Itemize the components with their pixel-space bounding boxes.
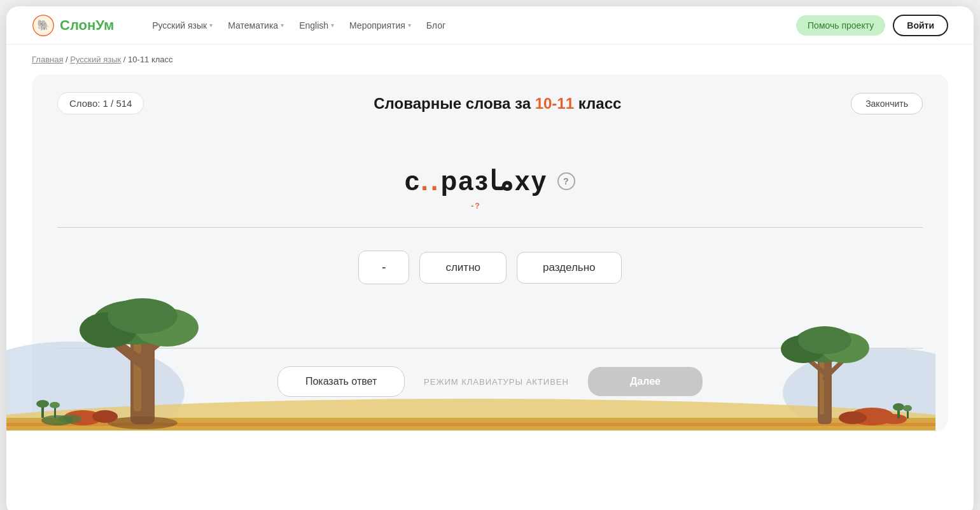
next-button[interactable]: Далее — [588, 367, 703, 396]
word-counter-label: Слово: — [69, 98, 100, 109]
answer-slitno-button[interactable]: слитно — [419, 252, 507, 284]
navbar: 🐘 СлонУм Русский язык ▾ Математика ▾ Eng… — [6, 6, 974, 45]
nav-item-blog[interactable]: Блог — [420, 17, 452, 34]
answer-buttons: - слитно раздельно — [358, 251, 621, 284]
answer-dash-button[interactable]: - — [358, 251, 409, 284]
nav-item-english[interactable]: English ▾ — [293, 17, 340, 34]
nav-item-math[interactable]: Математика ▾ — [221, 17, 290, 34]
show-answer-button[interactable]: Показать ответ — [277, 366, 405, 397]
breadcrumb-current: 10-11 класс — [128, 55, 173, 64]
chevron-down-icon: ▾ — [209, 22, 213, 29]
bottom-divider — [57, 348, 923, 348]
help-icon[interactable]: ? — [557, 172, 575, 190]
chevron-down-icon: ▾ — [408, 22, 411, 29]
card-title: Словарные слова за 10-11 класс — [144, 95, 851, 113]
nav-item-russian[interactable]: Русский язык ▾ — [146, 17, 219, 34]
nav-item-events[interactable]: Мероприятия ▾ — [343, 17, 417, 34]
keyboard-mode-label: РЕЖИМ КЛАВИАТУРЫ АКТИВЕН — [424, 377, 569, 387]
logo-icon: 🐘 — [32, 14, 55, 37]
nav-links: Русский язык ▾ Математика ▾ English ▾ Ме… — [146, 17, 777, 34]
word-display: с..разماху -? ? — [405, 165, 575, 196]
chevron-down-icon: ▾ — [331, 22, 334, 29]
chevron-down-icon: ▾ — [281, 22, 284, 29]
word-counter-total: 514 — [116, 98, 132, 109]
word-prefix: с — [405, 166, 421, 196]
logo-text: СлонУм — [60, 17, 114, 34]
word-divider — [57, 227, 923, 228]
svg-text:🐘: 🐘 — [37, 18, 50, 32]
login-button[interactable]: Войти — [893, 15, 948, 36]
scene-container: Слово: 1 / 514 Словарные слова за 10-11 … — [6, 74, 974, 431]
word-section: с..разماху -? ? - слитно раздельно — [57, 165, 923, 284]
logo[interactable]: 🐘 СлонУм — [32, 14, 114, 37]
word-counter: Слово: 1 / 514 — [57, 92, 144, 114]
main-card: Слово: 1 / 514 Словарные слова за 10-11 … — [32, 74, 948, 431]
breadcrumb-section[interactable]: Русский язык — [70, 55, 121, 64]
word-main: с..разماху -? — [405, 165, 547, 196]
word-suffix: разماху — [441, 166, 548, 196]
breadcrumb-separator2: / — [123, 55, 128, 64]
card-header: Слово: 1 / 514 Словарные слова за 10-11 … — [57, 92, 923, 114]
breadcrumb: Главная / Русский язык / 10-11 класс — [32, 55, 948, 64]
hint-label: -? — [471, 202, 480, 210]
bottom-actions: Показать ответ РЕЖИМ КЛАВИАТУРЫ АКТИВЕН … — [57, 366, 923, 397]
breadcrumb-area: Главная / Русский язык / 10-11 класс — [6, 45, 974, 69]
help-project-button[interactable]: Помочь проекту — [796, 15, 885, 36]
finish-button[interactable]: Закончить — [851, 93, 923, 114]
word-counter-current: 1 — [103, 98, 108, 109]
answer-razdelno-button[interactable]: раздельно — [517, 252, 622, 284]
nav-right: Помочь проекту Войти — [796, 15, 948, 36]
word-dots: .. — [421, 166, 440, 196]
breadcrumb-home[interactable]: Главная — [32, 55, 63, 64]
